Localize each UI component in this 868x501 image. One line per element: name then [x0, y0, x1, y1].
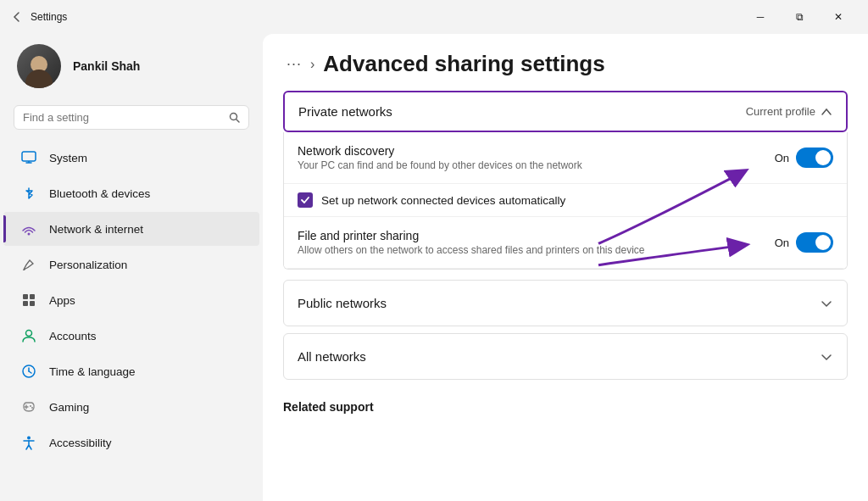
search-icon [229, 112, 240, 123]
user-name: Pankil Shah [73, 59, 140, 73]
auto-setup-label: Set up network connected devices automat… [321, 194, 565, 207]
chevron-down-icon-2 [820, 350, 833, 364]
search-input[interactable] [23, 111, 222, 124]
accounts-label: Accounts [49, 330, 97, 342]
network-discovery-status: On [775, 152, 789, 164]
all-networks-section[interactable]: All networks [283, 333, 848, 380]
sidebar-item-network[interactable]: Network & internet [3, 212, 259, 246]
auto-setup-checkbox[interactable] [298, 192, 313, 208]
svg-rect-2 [22, 152, 36, 161]
network-discovery-desc: Your PC can find and be found by other d… [298, 159, 775, 171]
svg-line-13 [29, 371, 31, 373]
title-bar: Settings ─ ⧉ ✕ [0, 0, 868, 31]
svg-point-5 [28, 233, 31, 236]
accessibility-label: Accessibility [49, 437, 112, 449]
app-container: Pankil Shah System [0, 31, 868, 501]
network-icon [20, 220, 37, 237]
sidebar-item-bluetooth[interactable]: Bluetooth & devices [3, 176, 259, 210]
sidebar-item-gaming[interactable]: Gaming [3, 390, 259, 424]
public-networks-section[interactable]: Public networks [283, 280, 848, 326]
sidebar-item-time[interactable]: Time & language [3, 354, 259, 388]
current-profile-label: Current profile [746, 105, 815, 118]
title-bar-left: Settings [10, 10, 67, 24]
sidebar-item-apps[interactable]: Apps [3, 283, 259, 317]
related-support: Related support [283, 387, 848, 420]
sidebar-item-system[interactable]: System [3, 141, 259, 175]
user-profile: Pankil Shah [0, 31, 263, 102]
sidebar-item-accounts[interactable]: Accounts [3, 319, 259, 353]
minimize-button[interactable]: ─ [741, 5, 780, 29]
breadcrumb-arrow: › [310, 57, 314, 72]
auto-setup-row: Set up network connected devices automat… [284, 184, 847, 217]
app-title: Settings [31, 11, 67, 23]
svg-rect-8 [23, 301, 28, 306]
search-box[interactable] [14, 105, 249, 130]
gaming-label: Gaming [49, 401, 89, 414]
file-sharing-row: File and printer sharing Allow others on… [284, 217, 847, 269]
network-discovery-row: Network discovery Your PC can find and b… [284, 132, 847, 184]
private-networks-title: Private networks [298, 104, 392, 119]
bluetooth-icon [20, 185, 37, 202]
person-icon [20, 327, 37, 344]
content-header: ··· › Advanced sharing settings [263, 34, 868, 91]
svg-point-18 [27, 437, 31, 440]
apps-label: Apps [49, 294, 75, 307]
main-content: ··· › Advanced sharing settings Private … [263, 34, 868, 501]
monitor-icon [20, 149, 37, 166]
network-discovery-toggle-container: On [775, 148, 833, 168]
svg-rect-7 [30, 294, 35, 299]
time-label: Time & language [49, 365, 136, 378]
window-controls: ─ ⧉ ✕ [741, 5, 858, 29]
file-sharing-info: File and printer sharing Allow others on… [298, 229, 775, 256]
brush-icon [20, 256, 37, 273]
svg-point-17 [31, 407, 33, 409]
network-discovery-label: Network discovery [298, 144, 775, 158]
gamepad-icon [20, 398, 37, 415]
file-sharing-status: On [775, 237, 789, 249]
network-discovery-toggle[interactable] [796, 148, 833, 168]
file-sharing-desc: Allow others on the network to access sh… [298, 244, 775, 256]
network-label: Network & internet [49, 223, 143, 236]
file-sharing-toggle[interactable] [796, 232, 833, 253]
breadcrumb-dots[interactable]: ··· [287, 55, 302, 73]
private-networks-content: Network discovery Your PC can find and b… [283, 132, 848, 270]
system-label: System [49, 152, 87, 164]
private-networks-header[interactable]: Private networks Current profile [283, 91, 848, 132]
content-body: Private networks Current profile Network… [263, 91, 868, 420]
file-sharing-label: File and printer sharing [298, 229, 775, 242]
restore-button[interactable]: ⧉ [780, 5, 819, 29]
svg-rect-9 [30, 301, 35, 306]
chevron-down-icon [820, 297, 833, 310]
bluetooth-label: Bluetooth & devices [49, 187, 150, 200]
all-networks-title: All networks [298, 349, 366, 364]
file-sharing-toggle-container: On [775, 232, 833, 253]
network-discovery-info: Network discovery Your PC can find and b… [298, 144, 775, 171]
current-profile: Current profile [746, 105, 832, 118]
svg-line-1 [236, 120, 240, 123]
personalization-label: Personalization [49, 259, 127, 271]
clock-icon [20, 363, 37, 380]
sidebar: Pankil Shah System [0, 31, 263, 501]
accessibility-icon [20, 434, 37, 451]
close-button[interactable]: ✕ [819, 5, 858, 29]
svg-point-10 [26, 331, 32, 337]
svg-rect-6 [23, 294, 28, 299]
page-title: Advanced sharing settings [323, 51, 604, 77]
chevron-up-icon [821, 106, 832, 118]
apps-icon [20, 292, 37, 309]
sidebar-item-accessibility[interactable]: Accessibility [3, 426, 259, 459]
sidebar-item-personalization[interactable]: Personalization [3, 248, 259, 281]
svg-point-16 [30, 405, 31, 407]
public-networks-title: Public networks [298, 296, 387, 310]
avatar [17, 44, 61, 88]
back-icon[interactable] [10, 10, 24, 24]
